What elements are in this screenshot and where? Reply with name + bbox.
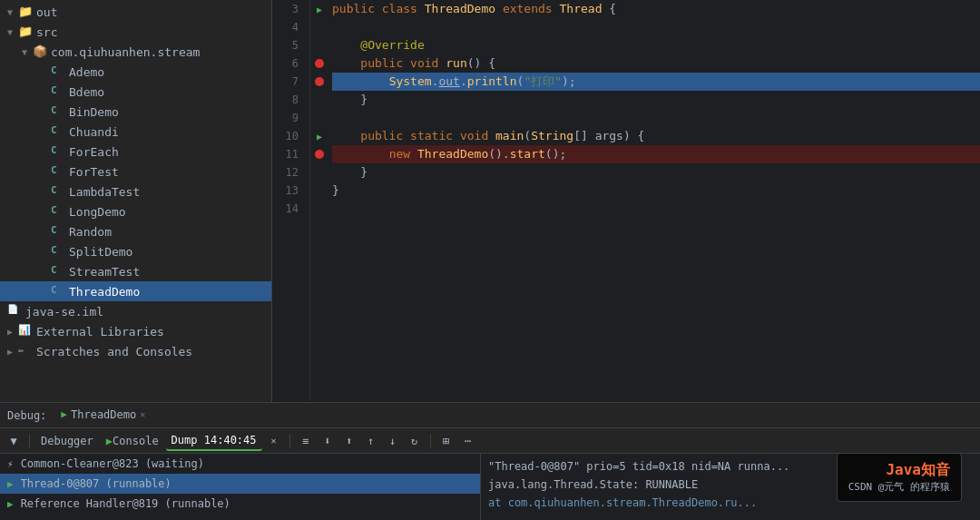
file-tree: ▼ 📁 out ▼ 📁 src ▼ 📦 com.qiuhuanhen.strea… [0,0,272,402]
code-line-6: public void run() { [332,54,980,73]
class-icon: C [51,84,65,99]
code-container: 3 4 5 6 7 8 9 10 11 12 13 14 ▶ [272,0,980,402]
sidebar-item-out[interactable]: ▼ 📁 out [0,2,271,22]
chevron-icon: ▼ [22,47,33,57]
separator3 [430,434,431,448]
sidebar-item-label: Random [69,225,112,239]
thread-common-cleaner[interactable]: ⚡ Common-Cleaner@823 (waiting) [0,454,480,474]
tab-debugger[interactable]: Debugger [35,431,99,451]
thread-label: Reference Handler@819 (runnable) [21,497,230,510]
line-num-3: 3 [272,0,302,18]
sidebar-item-label: ForTest [69,165,119,179]
stack-text-3[interactable]: at com.qiuhuanhen.stream.ThreadDemo.ru..… [488,496,757,509]
sidebar-item-lambdatest[interactable]: C LambdaTest [0,182,271,201]
running-icon: ▶ [7,478,14,490]
sidebar-item-bindemo[interactable]: C BinDemo [0,102,271,122]
code-line-9 [332,109,980,127]
sidebar-item-label: StreamTest [69,265,140,279]
sidebar-item-random[interactable]: C Random [0,221,271,241]
separator [29,434,30,448]
threads-panel: ⚡ Common-Cleaner@823 (waiting) ▶ Thread-… [0,454,481,520]
gutter-13 [310,182,328,200]
chevron-icon: ▶ [7,347,18,357]
line-num-8: 8 [272,91,302,109]
run-arrow-icon: ▶ [317,5,322,15]
more-button[interactable]: ⋯ [458,431,478,451]
gutter: ▶ ▶ [310,0,328,402]
sidebar-item-package[interactable]: ▼ 📦 com.qiuhuanhen.stream [0,42,271,62]
sidebar-item-label: com.qiuhuanhen.stream [51,45,200,59]
thread-reference-handler[interactable]: ▶ Reference Handler@819 (runnable) [0,494,480,514]
sidebar-item-iml[interactable]: 📄 java-se.iml [0,301,271,321]
thread-icon: ▶ [61,408,67,420]
sidebar-item-foreach[interactable]: C ForEach [0,142,271,162]
thread-thread0[interactable]: ▶ Thread-0@807 (runnable) [0,474,480,494]
sidebar-item-external-libs[interactable]: ▶ 📊 External Libraries [0,321,271,341]
sidebar-item-fortest[interactable]: C ForTest [0,162,271,182]
class-icon: C [51,244,65,259]
tab-dump[interactable]: Dump 14:40:45 [166,431,262,451]
tab-label: ThreadDemo [71,408,136,421]
step-down-button[interactable]: ↓ [383,431,403,451]
sidebar-item-splitdemo[interactable]: C SplitDemo [0,241,271,261]
sidebar-item-ademo[interactable]: C Ademo [0,62,271,82]
code-line-13: } [332,182,980,200]
class-icon: C [51,164,65,179]
grid-button[interactable]: ⊞ [436,431,456,451]
tab-close-icon[interactable]: ✕ [140,409,145,419]
breakpoint-icon[interactable] [315,59,324,68]
code-line-10: public static void main(String[] args) { [332,127,980,145]
sidebar-item-streamtest[interactable]: C StreamTest [0,261,271,281]
sidebar-item-bdemo[interactable]: C Bdemo [0,82,271,102]
separator2 [289,434,290,448]
code-lines: public class ThreadDemo extends Thread {… [328,0,980,402]
folder-icon: 📁 [18,5,33,19]
sidebar-item-label: Ademo [69,65,104,79]
line-num-14: 14 [272,200,302,218]
sidebar-item-longdemo[interactable]: C LongDemo [0,201,271,221]
thread-label: Thread-0@807 (runnable) [21,477,172,490]
line-num-9: 9 [272,109,302,127]
settings-button[interactable]: ≡ [296,431,316,451]
breakpoint-icon[interactable] [315,77,324,86]
sidebar-item-src[interactable]: ▼ 📁 src [0,22,271,42]
debug-tab-bar: Debug: ▶ ThreadDemo ✕ [0,403,980,428]
sidebar-item-label: Bdemo [69,85,104,99]
line-num-7: 7 [272,73,302,91]
gutter-4 [310,18,328,36]
line-num-5: 5 [272,36,302,54]
tab-console[interactable]: ▶ Console [101,431,164,451]
sidebar-item-label: java-se.iml [25,305,103,319]
chevron-icon: ▶ [7,327,18,337]
filter-button[interactable]: ▼ [4,431,24,451]
gutter-14 [310,200,328,218]
sidebar-item-scratches[interactable]: ▶ ✏️ Scratches and Consoles [0,341,271,361]
tab-threaddemo[interactable]: ▶ ThreadDemo ✕ [54,403,152,428]
sidebar-item-chuandi[interactable]: C Chuandi [0,122,271,142]
refresh-button[interactable]: ↻ [405,431,425,451]
step-up-button[interactable]: ↑ [361,431,381,451]
code-line-12: } [332,163,980,182]
class-icon: C [51,284,65,299]
class-icon: C [51,64,65,79]
dump-close-button[interactable]: ✕ [264,431,284,451]
breakpoint-icon[interactable] [315,150,324,159]
download-button[interactable]: ⬇ [318,431,338,451]
sidebar-item-label: out [36,5,57,19]
gutter-11 [310,145,328,163]
sidebar-item-label: BinDemo [69,105,119,119]
line-numbers: 3 4 5 6 7 8 9 10 11 12 13 14 [272,0,310,402]
gutter-8 [310,91,328,109]
chevron-icon: ▼ [7,27,18,37]
class-icon: C [51,144,65,159]
code-line-11: new ThreadDemo().start(); [332,145,980,163]
thread-label: Common-Cleaner@823 (waiting) [21,457,204,470]
stack-text-1: "Thread-0@807" prio=5 tid=0x18 nid=NA ru… [488,460,789,473]
sidebar-item-label: LongDemo [69,205,126,219]
scratches-icon: ✏️ [18,344,33,358]
code-line-3: public class ThreadDemo extends Thread { [332,0,980,18]
sidebar-item-threaddemo[interactable]: C ThreadDemo [0,281,271,301]
upload-button[interactable]: ⬆ [339,431,359,451]
gutter-9 [310,109,328,127]
debug-label: Debug: [7,409,46,422]
